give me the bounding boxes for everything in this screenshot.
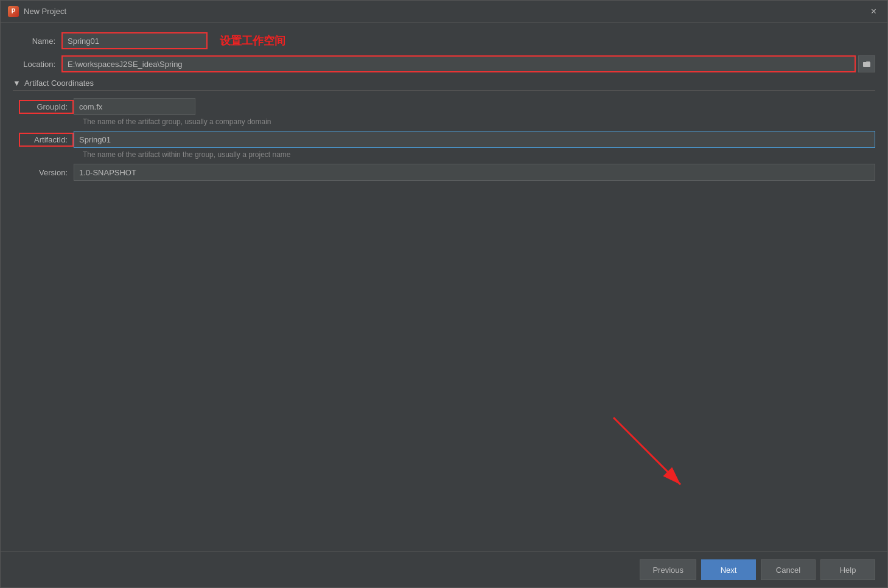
next-button[interactable]: Next (701, 559, 756, 580)
artifactid-input[interactable] (74, 131, 875, 148)
groupid-label: GroupId: (19, 100, 74, 114)
app-icon: P (8, 6, 19, 17)
new-project-dialog: P New Project × Name: 设置工作空间 Location: (0, 0, 888, 588)
version-label: Version: (19, 168, 74, 177)
titlebar: P New Project × (1, 1, 887, 23)
name-row: Name: 设置工作空间 (13, 32, 875, 49)
name-input[interactable] (61, 32, 208, 49)
arrow-svg (595, 405, 717, 503)
cancel-button[interactable]: Cancel (761, 559, 816, 580)
artifactid-hint: The name of the artifact within the grou… (83, 150, 875, 159)
browse-button[interactable] (858, 55, 875, 72)
content-area: Name: 设置工作空间 Location: ▼ Artifact Coordi (1, 23, 887, 193)
arrow-annotation (595, 405, 717, 503)
groupid-row: GroupId: (19, 98, 875, 115)
artifactid-row: ArtifactId: (19, 131, 875, 148)
help-button[interactable]: Help (820, 559, 875, 580)
groupid-input[interactable] (74, 98, 195, 115)
location-input[interactable] (61, 55, 856, 72)
artifact-section-header: ▼ Artifact Coordinates (13, 79, 875, 91)
footer: Previous Next Cancel Help (1, 551, 887, 587)
version-input[interactable] (74, 164, 875, 181)
dialog-title: New Project (24, 7, 867, 16)
version-row: Version: (19, 164, 875, 181)
artifactid-label: ArtifactId: (19, 133, 74, 147)
artifact-section: GroupId: The name of the artifact group,… (19, 98, 875, 181)
location-row: Location: (13, 55, 875, 72)
section-toggle-icon[interactable]: ▼ (13, 79, 21, 88)
groupid-hint: The name of the artifact group, usually … (83, 117, 875, 126)
main-area: Name: 设置工作空间 Location: ▼ Artifact Coordi (1, 23, 887, 551)
close-icon[interactable]: × (867, 5, 880, 18)
previous-button[interactable]: Previous (640, 559, 696, 580)
folder-icon (862, 60, 871, 68)
location-label: Location: (13, 60, 61, 69)
annotation-text: 设置工作空间 (220, 33, 285, 48)
svg-line-2 (614, 418, 680, 485)
artifact-section-title: Artifact Coordinates (24, 79, 94, 88)
name-label: Name: (13, 37, 61, 46)
